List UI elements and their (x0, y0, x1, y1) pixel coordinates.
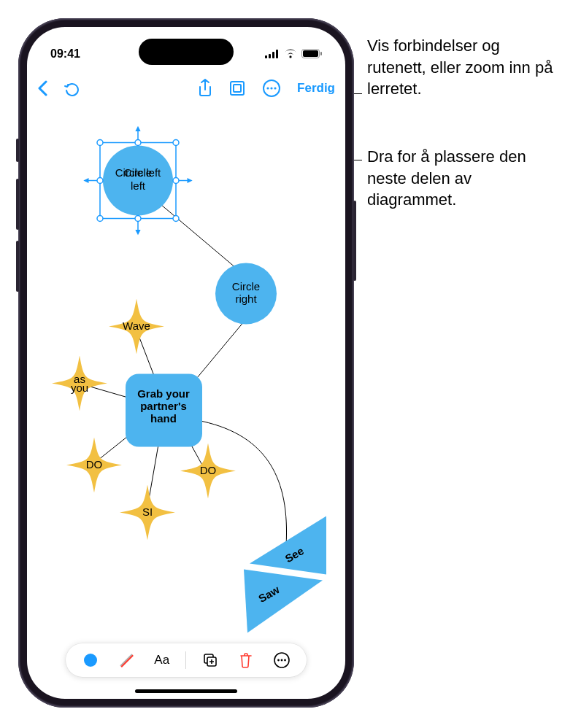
svg-line-13 (158, 203, 239, 271)
svg-point-10 (266, 87, 269, 89)
dynamic-island (139, 39, 234, 65)
svg-text:hand: hand (150, 412, 177, 425)
svg-point-12 (274, 87, 276, 89)
svg-text:Circle: Circle (232, 280, 260, 293)
done-button[interactable]: Ferdig (297, 81, 335, 96)
volume-up-button (16, 179, 19, 230)
svg-point-29 (173, 178, 179, 184)
diagram-svg: Circle left Circle left (27, 107, 345, 640)
svg-line-14 (191, 320, 246, 385)
svg-point-25 (97, 140, 103, 146)
node-see[interactable]: See (250, 516, 326, 575)
svg-point-52 (84, 654, 97, 667)
fill-tool-button[interactable] (79, 653, 102, 667)
diagram-canvas[interactable]: Circle left Circle left (27, 107, 345, 640)
svg-point-30 (97, 216, 103, 222)
svg-line-53 (120, 654, 132, 666)
svg-text:Wave: Wave (123, 320, 150, 332)
node-circle-right[interactable]: Circle right (215, 263, 277, 325)
delete-button[interactable] (234, 652, 258, 668)
back-button[interactable] (37, 80, 47, 96)
svg-rect-7 (231, 82, 244, 95)
node-si[interactable]: SI (120, 485, 175, 541)
svg-rect-3 (276, 50, 278, 58)
svg-point-62 (284, 659, 286, 662)
callout-view-options: Vis forbindelser og rutenett, eller zoom… (367, 35, 557, 100)
canvas-view-button[interactable] (228, 80, 246, 97)
svg-rect-2 (272, 52, 274, 58)
svg-text:left: left (131, 179, 146, 192)
top-toolbar: Ferdig (27, 72, 345, 104)
node-wave[interactable]: Wave (109, 299, 164, 355)
svg-line-54 (121, 655, 133, 667)
svg-text:SI: SI (142, 506, 153, 518)
node-do-2[interactable]: DO (180, 444, 236, 499)
more-button[interactable] (262, 79, 281, 98)
svg-rect-5 (303, 50, 318, 57)
text-tool-button[interactable]: Aa (150, 653, 174, 667)
svg-point-28 (97, 178, 103, 184)
svg-point-27 (173, 140, 179, 146)
node-do-1[interactable]: DO (66, 438, 122, 493)
svg-text:DO: DO (86, 458, 103, 471)
svg-point-11 (270, 87, 272, 89)
toolbar-divider (185, 651, 186, 669)
ringer-switch (16, 139, 19, 162)
power-button (353, 201, 356, 281)
status-right (265, 49, 322, 58)
more-tools-button[interactable] (270, 651, 293, 669)
bottom-toolbar: Aa (66, 643, 307, 677)
svg-rect-8 (234, 85, 241, 92)
volume-down-button (16, 241, 19, 292)
status-time: 09:41 (50, 47, 80, 61)
svg-point-61 (280, 659, 282, 662)
node-grab[interactable]: Grab your partner's hand (126, 374, 202, 447)
duplicate-button[interactable] (199, 652, 222, 668)
svg-text:you: you (71, 382, 88, 394)
svg-text:Grab your: Grab your (137, 387, 190, 400)
svg-point-26 (135, 140, 141, 146)
node-saw[interactable]: Saw (244, 570, 323, 633)
stroke-tool-button[interactable] (115, 652, 138, 668)
share-button[interactable] (198, 79, 212, 98)
cellular-icon (265, 50, 280, 58)
phone-frame: 09:41 (18, 18, 354, 708)
svg-point-31 (135, 216, 141, 222)
wifi-icon (284, 49, 297, 58)
screen: 09:41 (27, 27, 345, 699)
svg-text:DO: DO (200, 464, 217, 476)
node-as-you[interactable]: as you (52, 356, 107, 411)
svg-rect-1 (269, 54, 271, 58)
callout-drag-handle: Dra for å plassere den neste delen av di… (367, 146, 557, 211)
svg-text:Circle: Circle (124, 166, 152, 179)
undo-button[interactable] (64, 80, 80, 96)
svg-text:right: right (235, 293, 257, 305)
svg-text:partner's: partner's (140, 400, 187, 412)
battery-icon (301, 49, 322, 58)
home-indicator (135, 689, 237, 693)
svg-point-32 (173, 216, 179, 222)
svg-point-60 (277, 659, 280, 662)
svg-rect-6 (320, 52, 322, 55)
svg-rect-0 (265, 55, 267, 58)
